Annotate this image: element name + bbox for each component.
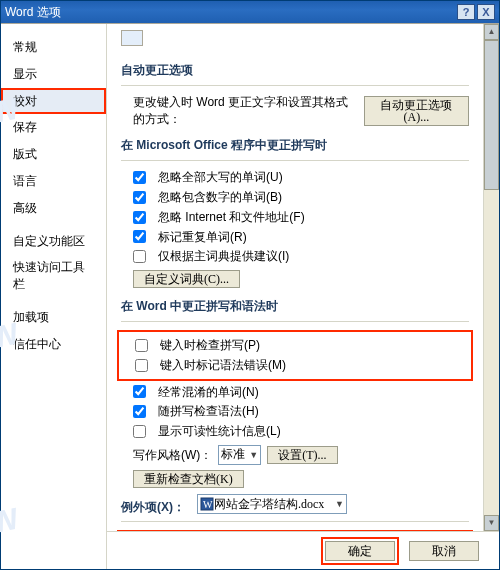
sidebar-item-addins[interactable]: 加载项 <box>1 304 106 331</box>
cb-check-spelling[interactable] <box>135 339 148 352</box>
page-icon <box>121 30 143 46</box>
cb-confused-words[interactable] <box>133 385 146 398</box>
section-autocorrect-title: 自动更正选项 <box>121 62 469 79</box>
scroll-down-button[interactable]: ▼ <box>484 515 499 531</box>
section-word-title: 在 Word 中更正拼写和语法时 <box>121 298 469 315</box>
sidebar-item-save[interactable]: 保存 <box>1 114 106 141</box>
grammar-settings-button[interactable]: 设置(T)... <box>267 446 337 464</box>
writing-style-select[interactable]: 标准 ▼ <box>218 445 261 465</box>
cb-main-dict[interactable] <box>133 250 146 263</box>
help-button[interactable]: ? <box>457 4 475 20</box>
cb-readability[interactable] <box>133 425 146 438</box>
sidebar-item-language[interactable]: 语言 <box>1 168 106 195</box>
autocorrect-label: 更改键入时 Word 更正文字和设置其格式的方式： <box>133 94 358 128</box>
cb-flag-repeated[interactable] <box>133 230 146 243</box>
section-office-title: 在 Microsoft Office 程序中更正拼写时 <box>121 137 469 154</box>
window-title: Word 选项 <box>5 4 455 21</box>
sidebar: W W W 常规 显示 校对 保存 版式 语言 高级 自定义功能区 快速访问工具… <box>1 24 107 569</box>
writing-style-label: 写作风格(W)： <box>133 447 212 464</box>
close-button[interactable]: X <box>477 4 495 20</box>
cb-ignore-uppercase[interactable] <box>133 171 146 184</box>
svg-text:W: W <box>203 499 213 510</box>
autocorrect-options-button[interactable]: 自动更正选项(A)... <box>364 96 469 126</box>
exceptions-document-select[interactable]: W 网站金字塔结构.docx ▼ <box>197 494 347 514</box>
sidebar-item-trust[interactable]: 信任中心 <box>1 331 106 358</box>
cb-grammar-with-spell[interactable] <box>133 405 146 418</box>
title-bar: Word 选项 ? X <box>1 1 499 23</box>
dialog-footer: 确定 取消 <box>107 531 499 569</box>
chevron-down-icon: ▼ <box>249 450 258 460</box>
cb-mark-grammar[interactable] <box>135 359 148 372</box>
sidebar-item-display[interactable]: 显示 <box>1 61 106 88</box>
highlight-box-spell: 键入时检查拼写(P) 键入时标记语法错误(M) <box>117 330 473 381</box>
chevron-down-icon: ▼ <box>335 499 344 509</box>
scrollbar[interactable]: ▲ ▼ <box>483 24 499 531</box>
custom-dictionaries-button[interactable]: 自定义词典(C)... <box>133 270 240 288</box>
cancel-button[interactable]: 取消 <box>409 541 479 561</box>
cb-ignore-numbers[interactable] <box>133 191 146 204</box>
sidebar-item-advanced[interactable]: 高级 <box>1 195 106 222</box>
sidebar-item-layout[interactable]: 版式 <box>1 141 106 168</box>
cb-ignore-urls[interactable] <box>133 211 146 224</box>
sidebar-item-proofing[interactable]: 校对 <box>1 88 106 115</box>
sidebar-item-customize-ribbon[interactable]: 自定义功能区 <box>1 228 106 255</box>
content-pane: 盟 盟 盟 自动更正选项 更改键入时 Word 更正文字和设置其格式的方式： 自… <box>107 24 499 569</box>
scroll-thumb[interactable] <box>484 40 499 190</box>
word-doc-icon: W <box>200 497 214 511</box>
ok-button[interactable]: 确定 <box>325 541 395 561</box>
sidebar-item-general[interactable]: 常规 <box>1 34 106 61</box>
recheck-document-button[interactable]: 重新检查文档(K) <box>133 470 244 488</box>
section-exceptions-title: 例外项(X)： <box>121 499 185 516</box>
highlight-box-ok: 确定 <box>321 537 399 565</box>
sidebar-item-quick-access[interactable]: 快速访问工具栏 <box>1 254 106 298</box>
scroll-up-button[interactable]: ▲ <box>484 24 499 40</box>
watermark: W <box>0 498 22 545</box>
